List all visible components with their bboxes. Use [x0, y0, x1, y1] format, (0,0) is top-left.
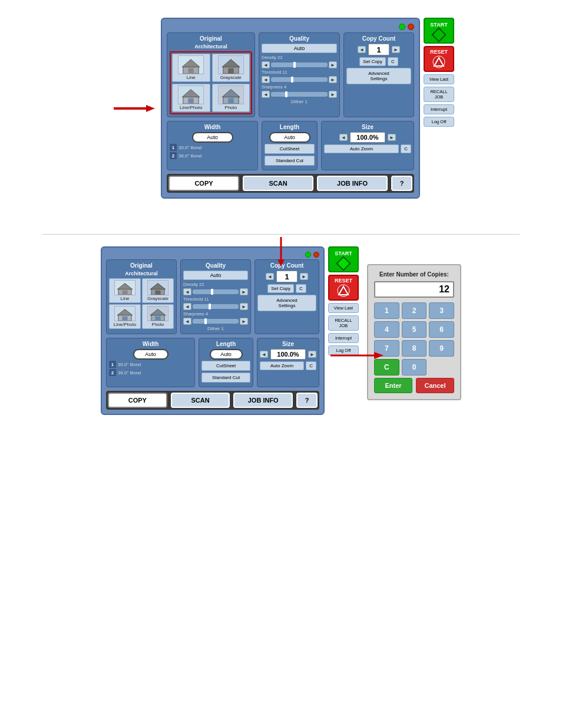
svg-rect-31	[155, 291, 160, 295]
key-6[interactable]: 6	[429, 321, 454, 338]
key-5[interactable]: 5	[402, 321, 427, 338]
view-last-btn-top[interactable]: View Last	[424, 74, 454, 84]
thumb-grayscale-bottom[interactable]: Grayscale	[142, 278, 174, 303]
recall-job-btn-top[interactable]: RECALL JOB	[424, 87, 454, 102]
jobinfo-nav-btn-top[interactable]: JOB INFO	[317, 176, 388, 191]
thumb-photo-img	[218, 85, 244, 104]
set-copy-btn-top[interactable]: Set Copy	[359, 57, 386, 66]
density-label-top: Density 22	[262, 55, 294, 60]
auto-zoom-btn-top[interactable]: Auto Zoom	[324, 144, 399, 153]
threshold-left-top[interactable]: ◄	[262, 76, 270, 83]
interrupt-btn-top[interactable]: Interrupt	[424, 104, 454, 114]
thumb-photo-img-bottom	[147, 306, 168, 321]
width-auto-btn-top[interactable]: Auto	[192, 132, 233, 143]
size-title-top: Size	[324, 124, 411, 130]
quality-title-top: Quality	[262, 35, 337, 42]
keypad-panel: Enter Number of Copies: 12 1 2 3 4 5 6 7…	[367, 264, 461, 400]
key-1[interactable]: 1	[374, 302, 399, 319]
clear2-btn-bottom[interactable]: C	[306, 361, 316, 370]
key-4[interactable]: 4	[374, 321, 399, 338]
copy-nav-btn-top[interactable]: COPY	[168, 176, 239, 191]
thumb-line-bottom[interactable]: Line	[109, 278, 141, 303]
interrupt-btn-bottom[interactable]: Interrupt	[328, 333, 359, 343]
size-increase-top[interactable]: ►	[388, 134, 396, 141]
length-auto-btn-bottom[interactable]: Auto	[210, 349, 243, 360]
scan-nav-btn-bottom[interactable]: SCAN	[171, 393, 230, 408]
density-right-bottom[interactable]: ►	[240, 288, 248, 295]
cancel-btn[interactable]: Cancel	[416, 378, 454, 393]
count-row-bottom: ◄ 1 ►	[257, 271, 316, 282]
start-btn-bottom[interactable]: START	[328, 246, 359, 272]
thumb-photo-label-bottom: Photo	[144, 322, 172, 327]
length-auto-btn-top[interactable]: Auto	[269, 132, 310, 143]
view-last-btn-bottom[interactable]: View Last	[328, 303, 359, 313]
sharpness-left-top[interactable]: ◄	[262, 91, 270, 98]
threshold-track-bottom	[193, 304, 239, 309]
standard-cut-btn-bottom[interactable]: Standard Cut	[201, 373, 250, 383]
auto-zoom-btn-bottom[interactable]: Auto Zoom	[260, 361, 304, 370]
clear-btn-top[interactable]: C	[388, 57, 398, 66]
help-nav-btn-top[interactable]: ?	[391, 176, 412, 191]
density-left-top[interactable]: ◄	[262, 61, 270, 68]
thumb-grayscale-img-bottom	[147, 280, 168, 295]
threshold-right-top[interactable]: ►	[329, 76, 337, 83]
cutsheet-btn-bottom[interactable]: CutSheet	[201, 361, 250, 371]
density-left-bottom[interactable]: ◄	[183, 288, 191, 295]
logoff-btn-top[interactable]: Log Off	[424, 117, 454, 127]
quality-auto-btn-top[interactable]: Auto	[262, 44, 337, 53]
set-copy-btn-bottom[interactable]: Set Copy	[267, 284, 294, 293]
reset-btn-top[interactable]: RESET	[424, 46, 454, 72]
width-title-top: Width	[170, 124, 255, 130]
count-increase-top[interactable]: ►	[392, 46, 400, 53]
thumb-linephoto-top[interactable]: Line/Photo	[172, 84, 210, 112]
key-2[interactable]: 2	[402, 302, 427, 319]
count-decrease-top[interactable]: ◄	[358, 46, 366, 53]
size-row-bottom: ◄ 100.0% ►	[260, 349, 316, 360]
key-0[interactable]: 0	[402, 359, 427, 375]
recall-job-btn-bottom[interactable]: RECALL JOB	[328, 315, 359, 331]
thumb-photo-top[interactable]: Photo	[212, 84, 250, 112]
thumb-line-top[interactable]: Line	[172, 54, 210, 82]
enter-btn[interactable]: Enter	[374, 378, 412, 393]
help-nav-btn-bottom[interactable]: ?	[296, 393, 318, 408]
adv-settings-btn-top[interactable]: Advanced Settings	[346, 68, 411, 84]
scan-nav-btn-top[interactable]: SCAN	[243, 176, 313, 191]
quality-auto-btn-bottom[interactable]: Auto	[183, 271, 248, 280]
thumb-photo-bottom[interactable]: Photo	[142, 304, 174, 329]
cutsheet-btn-top[interactable]: CutSheet	[265, 144, 315, 154]
thumb-linephoto-bottom[interactable]: Line/Photo	[109, 304, 141, 329]
count-decrease-bottom[interactable]: ◄	[266, 273, 274, 280]
size-decrease-top[interactable]: ◄	[339, 134, 348, 141]
threshold-right-bottom[interactable]: ►	[240, 303, 248, 310]
original-section-bottom: Original Architectural	[106, 259, 177, 334]
threshold-row-top: Threshold 11	[262, 70, 337, 75]
clear2-btn-top[interactable]: C	[401, 144, 411, 153]
original-subtitle-bottom: Architectural	[109, 271, 174, 276]
threshold-slider-bottom: ◄ ►	[183, 303, 248, 310]
sharpness-left-bottom[interactable]: ◄	[183, 318, 191, 325]
width-auto-btn-bottom[interactable]: Auto	[133, 349, 168, 360]
adv-settings-btn-bottom[interactable]: Advanced Settings	[257, 295, 316, 311]
key-8[interactable]: 8	[402, 340, 427, 357]
thumb-linephoto-label: Line/Photo	[174, 105, 209, 110]
reset-btn-bottom[interactable]: RESET	[328, 275, 359, 301]
count-display-bottom: 1	[276, 271, 297, 282]
key-9[interactable]: 9	[429, 340, 454, 357]
density-right-top[interactable]: ►	[329, 61, 337, 68]
copy-nav-btn-bottom[interactable]: COPY	[108, 393, 167, 408]
key-3[interactable]: 3	[429, 302, 454, 319]
thumb-grayscale-top[interactable]: Grayscale	[212, 54, 250, 82]
clear-btn-bottom[interactable]: C	[296, 284, 306, 293]
copy-count-title-bottom: Copy Count	[257, 262, 316, 269]
count-increase-bottom[interactable]: ►	[300, 273, 308, 280]
paper2-row-bottom: 2 36.0" Bond	[109, 369, 192, 376]
threshold-left-bottom[interactable]: ◄	[183, 303, 191, 310]
start-btn-top[interactable]: START	[424, 18, 454, 44]
standard-cut-btn-top[interactable]: Standard Cut	[265, 156, 315, 166]
size-decrease-bottom[interactable]: ◄	[260, 351, 268, 358]
sharpness-right-top[interactable]: ►	[329, 91, 337, 98]
thumb-grayscale-label-bottom: Grayscale	[144, 296, 172, 301]
size-increase-bottom[interactable]: ►	[308, 351, 316, 358]
jobinfo-nav-btn-bottom[interactable]: JOB INFO	[233, 393, 293, 408]
sharpness-right-bottom[interactable]: ►	[240, 318, 248, 325]
